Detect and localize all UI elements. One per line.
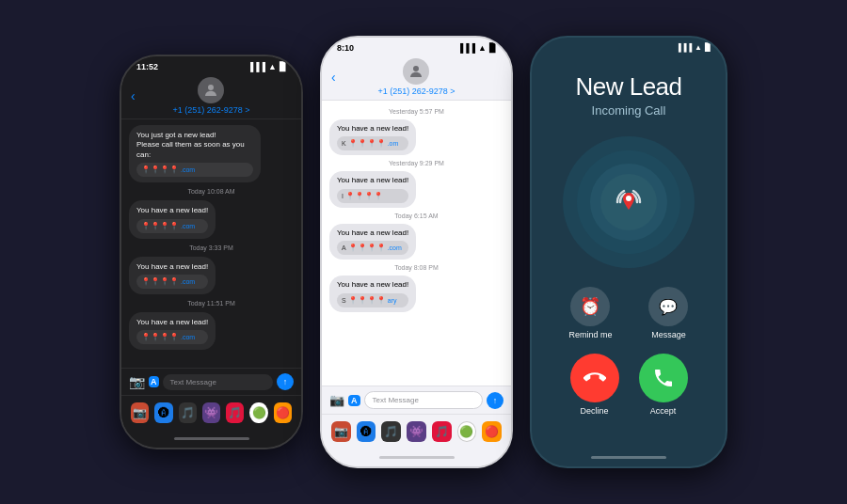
input-bar-2: 📷 A Text Message ↑	[322, 386, 511, 414]
svg-point-2	[626, 196, 631, 201]
timestamp: Today 6:15 AM	[329, 213, 503, 219]
location-wifi-icon	[608, 181, 649, 223]
status-bar-1: 11:52 ▐▐▐ ▲ ▉	[121, 56, 301, 73]
dock-icon-2-other[interactable]: 🔴	[482, 421, 502, 442]
nav-bar-1: ‹ +1 (251) 262-9278 >	[121, 73, 301, 119]
appstore-icon-2[interactable]: A	[348, 395, 360, 406]
camera-icon[interactable]: 📷	[129, 374, 145, 389]
decline-icon-circle	[570, 354, 619, 402]
decline-phone-icon	[583, 367, 606, 389]
timestamp: Today 10:08 AM	[129, 188, 294, 195]
dock-icon-2-chrome[interactable]: 🟢	[457, 421, 477, 442]
home-indicator-3	[591, 456, 666, 459]
link[interactable]: ary	[388, 297, 397, 304]
message-bubble: You have a new lead! K 📍📍📍📍 .om	[329, 119, 416, 155]
call-buttons: Decline Accept	[532, 349, 726, 425]
dock-icon-music[interactable]: 🎵	[179, 402, 197, 423]
lead-card: K 📍📍📍📍 .om	[337, 136, 408, 150]
avatar-2	[403, 58, 429, 85]
home-bar-3	[532, 448, 726, 466]
link[interactable]: .com	[181, 334, 195, 340]
link[interactable]: .com	[181, 278, 195, 285]
card-initial: A	[342, 244, 346, 251]
dock-icon-2-game[interactable]: 👾	[407, 421, 426, 442]
msg-text: You have a new lead!	[337, 124, 408, 134]
accept-call-button[interactable]: Accept	[639, 354, 688, 416]
decline-label: Decline	[580, 406, 608, 416]
message-input-1[interactable]: Text Message	[163, 374, 274, 390]
wifi-icon: ▲	[268, 62, 277, 71]
msg-text: You have a new lead!	[337, 280, 408, 290]
appstore-icon[interactable]: A	[149, 376, 159, 387]
clock-icon: ⏰	[580, 296, 600, 317]
dock-icon-2-music2[interactable]: 🎵	[432, 421, 452, 442]
dock-icon-other[interactable]: 🔴	[274, 402, 292, 423]
message-bubble: You just got a new lead! Please call the…	[129, 125, 261, 182]
card-initial: S	[342, 297, 346, 304]
link[interactable]: .om	[388, 140, 399, 147]
timestamp: Today 11:51 PM	[129, 300, 294, 307]
pin-icon: 📍📍📍📍	[141, 333, 179, 341]
dock-icon-2-music[interactable]: 🎵	[381, 421, 401, 442]
wifi-icon-3: ▲	[695, 43, 702, 52]
decline-call-button[interactable]: Decline	[570, 354, 619, 416]
home-bar-2	[322, 448, 511, 466]
contact-info-2: +1 (251) 262-9278 >	[377, 58, 455, 96]
signal-icon-2: ▐▐▐	[457, 43, 475, 53]
dock-icon-appstore[interactable]: 🅐	[154, 402, 172, 423]
signal-icon: ▐▐▐	[248, 62, 265, 71]
home-bar-1	[121, 429, 301, 448]
msg-text: You have a new lead!	[337, 176, 408, 185]
msg-text: You just got a new lead!	[136, 131, 253, 140]
action-buttons: ⏰ Remind me 💬 Message	[532, 277, 726, 349]
svg-point-0	[208, 85, 214, 90]
dock-icon-music2[interactable]: 🎵	[226, 402, 244, 423]
lead-card: 📍📍📍📍 .com	[136, 219, 208, 233]
message-icon: 💬	[659, 298, 678, 316]
message-input-2[interactable]: Text Message	[364, 391, 484, 409]
pin-icon: 📍📍📍📍	[348, 139, 386, 148]
back-arrow-2[interactable]: ‹	[331, 70, 336, 85]
back-arrow-1[interactable]: ‹	[131, 88, 136, 103]
dock-icon-photos[interactable]: 📷	[131, 402, 149, 423]
phone-number-1[interactable]: +1 (251) 262-9278 >	[172, 105, 249, 115]
accept-phone-icon	[652, 367, 675, 389]
message-bubble: You have a new lead! 📍📍📍📍 .com	[129, 312, 216, 350]
msg-text: You have a new lead!	[136, 206, 208, 215]
message-button[interactable]: 💬 Message	[648, 287, 688, 339]
status-bar-3: ▐▐▐ ▲ ▉	[532, 38, 726, 54]
phone-dark-imessage: 11:52 ▐▐▐ ▲ ▉ ‹ +1 (251) 262-9278 > You …	[120, 55, 303, 449]
nav-bar-2: ‹ +1 (251) 262-9278 >	[322, 55, 511, 101]
msg-text: You have a new lead!	[136, 318, 208, 327]
lead-card: A 📍📍📍📍 .com	[337, 241, 408, 255]
remind-icon-circle: ⏰	[570, 287, 610, 326]
caller-section: New Lead Incoming Call	[575, 54, 681, 127]
call-icon-center	[600, 174, 657, 230]
signal-icon-3: ▐▐▐	[676, 43, 692, 52]
message-label: Message	[651, 330, 686, 339]
lead-card: 📍📍📍📍 .com	[136, 163, 253, 177]
dock-icon-2-photos[interactable]: 📷	[331, 421, 351, 442]
link[interactable]: .com	[181, 166, 195, 173]
send-button-2[interactable]: ↑	[487, 392, 503, 409]
dock-icon-chrome[interactable]: 🟢	[249, 402, 267, 423]
svg-point-1	[413, 66, 419, 71]
message-bubble: You have a new lead! 📍📍📍📍 .com	[129, 200, 216, 238]
link[interactable]: .com	[388, 244, 402, 251]
dock-icon-game[interactable]: 👾	[202, 402, 220, 423]
message-icon-circle: 💬	[648, 287, 688, 326]
msg-text: You have a new lead!	[136, 262, 208, 272]
pin-icon: 📍📍📍📍	[141, 222, 179, 230]
send-button-1[interactable]: ↑	[277, 373, 294, 390]
caller-subtitle: Incoming Call	[592, 103, 666, 118]
remind-me-button[interactable]: ⏰ Remind me	[568, 287, 612, 339]
phone-light-imessage: 8:10 ▐▐▐ ▲ ▉ ‹ +1 (251) 262-9278 > Yeste…	[320, 36, 513, 468]
pin-icon: 📍📍📍📍	[141, 277, 179, 286]
dock-2: 📷 🅐 🎵 👾 🎵 🟢 🔴	[322, 414, 511, 448]
phone-number-2[interactable]: +1 (251) 262-9278 >	[377, 87, 455, 96]
camera-icon-2[interactable]: 📷	[329, 393, 344, 407]
phone-incoming-call: ▐▐▐ ▲ ▉ New Lead Incoming Call	[530, 36, 727, 468]
lead-card: 📍📍📍📍 .com	[136, 275, 208, 289]
link[interactable]: .com	[181, 223, 195, 229]
dock-icon-2-appstore[interactable]: 🅐	[357, 421, 376, 442]
